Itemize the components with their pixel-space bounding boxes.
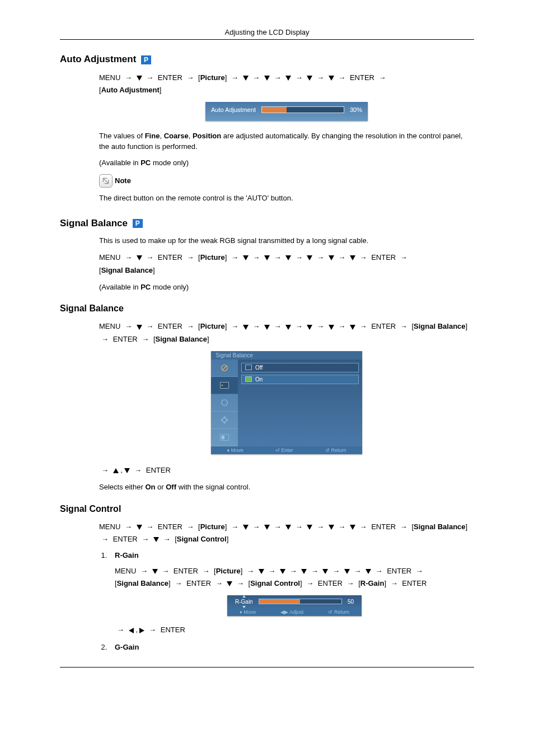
enter-label: ENTER [174,567,198,575]
down-triangle-icon [243,525,249,530]
item-title: R-Gain [115,551,474,559]
enter-label: ENTER [318,579,343,587]
osd-hint-move: ♦ Move [227,447,243,453]
osd-auto-label: Auto Adjustment [211,106,256,113]
osd-gain-bar [259,599,342,604]
menu-label: MENU [99,253,120,262]
osd-sidebar-icon [211,429,238,446]
right-arrow-icon: → [338,521,345,533]
right-arrow-icon: → [101,533,109,545]
picture-label: Picture [216,567,241,575]
right-triangle-icon [139,628,144,633]
right-arrow-icon: → [296,251,303,264]
down-triangle-icon [307,325,312,330]
auto-adjustment-description: The values of Fine, Coarse, Position are… [99,131,474,152]
down-triangle-icon [350,525,355,530]
right-arrow-icon: → [186,251,194,264]
menu-path-signal-balance-sub: MENU → → ENTER → [Picture] → → → → → → →… [99,320,474,345]
auto-adjustment-body: MENU → → ENTER → [Picture] → → → → → → E… [99,72,474,204]
text: mode only) [151,283,189,291]
signal-balance-intro: This is used to make up for the weak RGB… [99,236,474,246]
tiny-up-triangle-icon [242,595,246,598]
right-arrow-icon: → [125,251,132,264]
signal-balance-sub-body: MENU → → ENTER → [Picture] → → → → → → →… [99,320,474,492]
gain-list: R-Gain MENU → → ENTER → [Picture] → → → … [99,551,474,651]
text: or [155,483,166,491]
enter-label: ENTER [161,626,185,634]
signal-balance-label: Signal Balance [414,522,465,531]
right-arrow-icon: → [247,565,254,577]
signal-control-body: MENU → → ENTER → [Picture] → → → → → → →… [99,521,474,651]
text: with the signal control. [176,483,250,491]
down-triangle-icon [264,525,270,530]
picture-label: Picture [200,522,225,531]
note-label: Note [115,176,131,185]
down-triangle-icon [264,255,270,260]
right-arrow-icon: → [338,320,345,333]
osd-option-off: Off [241,363,359,372]
right-arrow-icon: → [252,72,260,84]
down-triangle-icon [243,76,249,81]
right-arrow-icon: → [146,320,153,333]
text: (Available in [99,283,140,291]
right-arrow-icon: → [332,565,340,577]
right-arrow-icon: → [142,333,149,346]
right-arrow-icon: → [146,251,153,264]
item-title: G-Gain [115,643,474,651]
checkbox-icon [245,365,252,370]
right-arrow-icon: → [101,333,109,346]
menu-label: MENU [99,73,120,82]
osd-rgain: R-Gain 50 ♦ Move ◀▶ Adjust ↺ Return [227,595,362,616]
right-arrow-icon: → [360,251,367,264]
osd-gain-label: R-Gain [235,599,253,605]
picture-label: Picture [200,73,225,82]
right-arrow-icon: → [274,521,282,533]
text: , [160,132,163,140]
enter-label: ENTER [186,579,211,587]
down-triangle-icon [350,255,355,260]
right-arrow-icon: → [274,72,282,84]
right-arrow-icon: → [186,521,194,533]
subsection-signal-balance: Signal Balance [60,304,474,314]
osd-title: Signal Balance [211,351,362,360]
right-arrow-icon: → [252,320,260,333]
footer-rule [60,667,474,668]
enter-label: ENTER [146,466,171,474]
right-arrow-icon: → [186,320,194,333]
menu-path-signal-control: MENU → → ENTER → [Picture] → → → → → → →… [99,521,474,545]
auto-adjustment-availability: (Available in PC mode only) [99,158,474,169]
r-gain-label: R-Gain [360,579,385,587]
text-position: Position [193,132,221,140]
down-triangle-icon [137,325,142,330]
section-auto-adjustment: Auto Adjustment P [60,54,474,65]
right-arrow-icon: → [186,72,194,84]
p-icon: P [133,219,143,228]
osd-option-on: On [241,375,359,384]
right-arrow-icon: → [338,72,345,84]
down-triangle-icon [329,525,334,530]
enter-label: ENTER [371,253,396,262]
signal-balance-label: Signal Balance [117,579,168,587]
down-triangle-icon [329,325,334,330]
right-arrow-icon: → [231,521,238,533]
osd-hints: ♦ Move ⏎ Enter ↺ Return [211,446,362,454]
page-header: Adjusting the LCD Display [60,28,474,40]
down-triangle-icon [137,255,142,260]
signal-balance-label: Signal Balance [156,335,207,343]
right-arrow-icon: → [400,521,407,533]
osd-hint-return: ↺ Return [328,609,349,615]
p-icon: P [141,55,151,64]
menu-path-signal-balance: MENU → → ENTER → [Picture] → → → → → → →… [99,251,474,276]
right-arrow-icon: → [175,577,182,590]
signal-control-label: Signal Control [177,535,227,543]
down-triangle-icon [153,537,159,542]
enter-label: ENTER [402,579,427,587]
down-triangle-icon [285,255,291,260]
osd-auto-adjustment: Auto Adjustment 30% [205,102,368,121]
text: Move [243,609,256,615]
right-arrow-icon: → [252,521,260,533]
down-triangle-icon [344,569,350,574]
right-arrow-icon: → [296,72,303,84]
right-arrow-icon: → [252,251,260,264]
osd-auto-progress-bar [261,106,344,113]
